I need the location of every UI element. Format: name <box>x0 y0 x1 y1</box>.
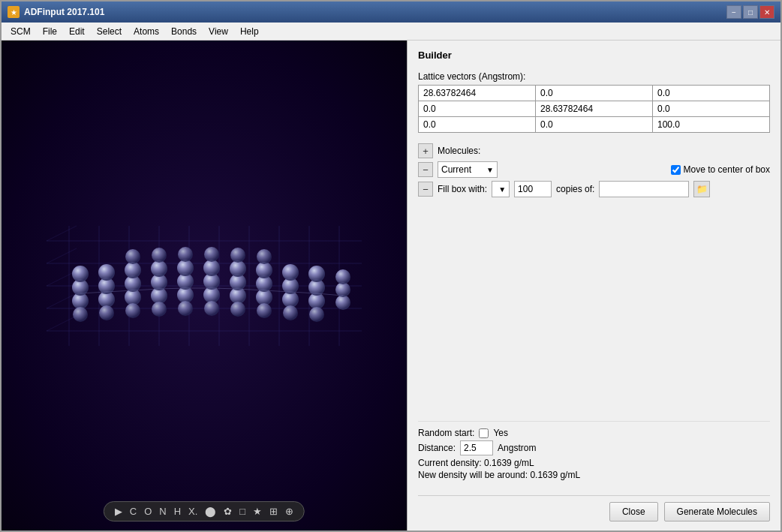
panel-title: Builder <box>418 50 770 61</box>
move-to-center-checkbox[interactable] <box>671 165 681 175</box>
lattice-cell-10[interactable] <box>419 101 536 117</box>
lattice-input-12[interactable] <box>657 104 765 114</box>
svg-point-61 <box>283 305 298 320</box>
svg-point-47 <box>204 247 219 262</box>
svg-point-68 <box>335 269 350 284</box>
move-to-center-label: Move to center of box <box>684 164 770 175</box>
remove-fillbox-button[interactable]: − <box>418 182 433 197</box>
svg-line-16 <box>47 248 77 263</box>
generate-molecules-button[interactable]: Generate Molecules <box>664 502 770 521</box>
browse-file-button[interactable]: 📁 <box>693 181 710 197</box>
lattice-cell-22[interactable] <box>653 117 770 133</box>
svg-line-15 <box>47 226 77 241</box>
footer-buttons: Close Generate Molecules <box>418 495 770 521</box>
random-start-checkbox[interactable] <box>479 428 489 438</box>
window-title: ADFinput 2017.101 <box>24 7 104 17</box>
bottom-info: Random start: Yes Distance: Angstrom Cur… <box>418 421 770 482</box>
svg-point-32 <box>125 249 140 264</box>
svg-point-50 <box>230 260 246 277</box>
fill-box-label: Fill box with: <box>438 184 487 194</box>
lattice-cell-11[interactable] <box>536 101 653 117</box>
tool-square[interactable]: □ <box>239 506 245 517</box>
app-icon: ★ <box>8 6 20 18</box>
molecules-label: Molecules: <box>438 146 480 156</box>
minimize-button[interactable]: − <box>726 5 741 19</box>
menu-scm[interactable]: SCM <box>5 24 37 39</box>
maximize-button[interactable]: □ <box>743 5 758 19</box>
content-area: ▶ C O N H X. ⬤ ✿ □ ★ ⊞ ⊕ Builder Lattice… <box>2 41 780 530</box>
titlebar-left: ★ ADFinput 2017.101 <box>8 6 104 18</box>
svg-point-55 <box>256 262 272 278</box>
molecule-source-input[interactable] <box>599 181 689 197</box>
add-molecule-button[interactable]: + <box>418 143 433 158</box>
svg-point-26 <box>98 264 115 281</box>
menu-edit[interactable]: Edit <box>63 24 91 39</box>
tool-star[interactable]: ★ <box>253 506 262 517</box>
angstrom-label: Angstrom <box>498 443 536 453</box>
lattice-cell-02[interactable] <box>653 86 770 101</box>
lattice-input-22[interactable] <box>657 119 765 130</box>
viewport-toolbar: ▶ C O N H X. ⬤ ✿ □ ★ ⊞ ⊕ <box>104 501 305 521</box>
svg-point-52 <box>230 248 245 263</box>
lattice-input-20[interactable] <box>423 119 531 130</box>
lattice-input-01[interactable] <box>540 88 648 98</box>
lattice-cell-12[interactable] <box>653 101 770 117</box>
menu-file[interactable]: File <box>37 24 63 39</box>
svg-point-60 <box>282 264 299 281</box>
molecules-section: + Molecules: − Current ▼ Move to center … <box>418 140 770 197</box>
tool-o[interactable]: O <box>144 506 152 517</box>
tool-c[interactable]: C <box>130 506 137 517</box>
titlebar-buttons: − □ ✕ <box>726 5 774 19</box>
lattice-input-21[interactable] <box>540 119 648 130</box>
svg-point-45 <box>203 260 220 276</box>
tool-grid[interactable]: ⊞ <box>269 506 278 517</box>
menu-help[interactable]: Help <box>234 24 265 39</box>
spacer <box>418 205 770 410</box>
current-molecule-row: − Current ▼ Move to center of box <box>418 161 770 178</box>
svg-point-35 <box>151 260 167 277</box>
menu-atoms[interactable]: Atoms <box>128 24 165 39</box>
tool-x[interactable]: X. <box>188 506 197 517</box>
menu-select[interactable]: Select <box>91 24 128 39</box>
molecule-dropdown[interactable]: Current ▼ <box>438 161 498 178</box>
folder-icon: 📁 <box>696 184 708 194</box>
distance-row: Distance: Angstrom <box>418 440 770 455</box>
lattice-input-00[interactable] <box>423 88 531 98</box>
right-panel: Builder Lattice vectors (Angstrom): <box>407 41 780 530</box>
close-window-button[interactable]: ✕ <box>759 5 774 19</box>
svg-point-41 <box>178 301 193 316</box>
tool-h[interactable]: H <box>174 506 181 517</box>
tool-n[interactable]: N <box>159 506 166 517</box>
tool-gear[interactable]: ✿ <box>224 506 232 517</box>
tool-circle[interactable]: ⬤ <box>205 506 216 517</box>
chevron-down-icon: ▼ <box>483 166 494 174</box>
close-button[interactable]: Close <box>609 502 658 521</box>
copies-input[interactable] <box>514 181 552 197</box>
svg-point-22 <box>72 266 89 282</box>
lattice-cell-20[interactable] <box>419 117 536 133</box>
svg-point-37 <box>152 248 167 263</box>
lattice-cell-21[interactable] <box>536 117 653 133</box>
fillbox-dropdown[interactable]: ▼ <box>492 181 510 197</box>
svg-point-56 <box>257 303 272 318</box>
lattice-input-02[interactable] <box>657 88 765 98</box>
tool-dots[interactable]: ⊕ <box>285 506 293 517</box>
lattice-cell-00[interactable] <box>419 86 536 101</box>
remove-molecule-button[interactable]: − <box>418 162 433 177</box>
svg-point-57 <box>257 249 272 264</box>
tool-arrow[interactable]: ▶ <box>115 506 122 517</box>
svg-point-30 <box>125 262 141 278</box>
viewport[interactable]: ▶ C O N H X. ⬤ ✿ □ ★ ⊞ ⊕ <box>2 41 407 530</box>
random-start-row: Random start: Yes <box>418 428 770 438</box>
svg-point-27 <box>99 305 114 320</box>
yes-label: Yes <box>493 428 508 438</box>
lattice-input-11[interactable] <box>540 104 648 114</box>
lattice-cell-01[interactable] <box>536 86 653 101</box>
menu-bonds[interactable]: Bonds <box>165 24 203 39</box>
menu-view[interactable]: View <box>203 24 234 39</box>
svg-point-46 <box>204 301 219 316</box>
titlebar: ★ ADFinput 2017.101 − □ ✕ <box>2 2 780 23</box>
current-density-text: Current density: 0.1639 g/mL <box>418 458 770 468</box>
distance-input[interactable] <box>460 440 493 455</box>
lattice-input-10[interactable] <box>423 104 531 114</box>
